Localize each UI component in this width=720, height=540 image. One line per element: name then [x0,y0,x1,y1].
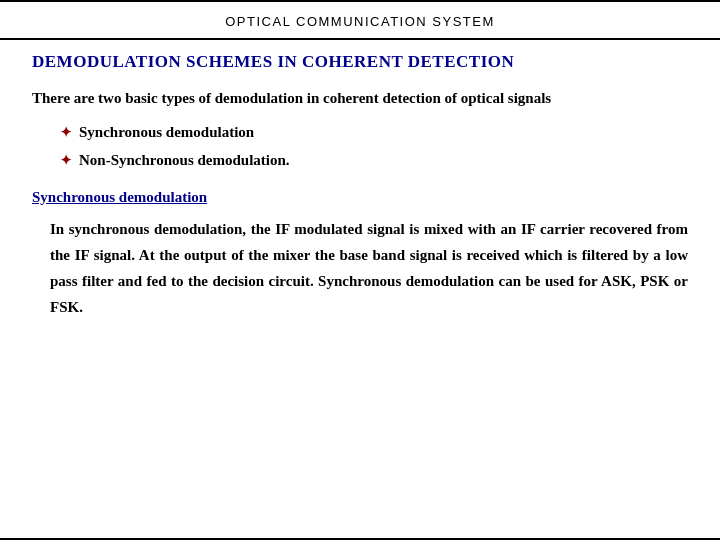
diamond-icon-1: ✦ [60,120,72,147]
bullet-label-1: Synchronous demodulation [79,118,254,147]
intro-text: There are two basic types of demodulatio… [32,86,688,112]
diamond-icon-2: ✦ [60,148,72,175]
section-heading: DEMODULATION SCHEMES IN COHERENT DETECTI… [32,52,688,72]
bullet-list: ✦ Synchronous demodulation ✦ Non-Synchro… [60,118,688,175]
body-text: In synchronous demodulation, the IF modu… [50,216,688,321]
content-area: DEMODULATION SCHEMES IN COHERENT DETECTI… [0,40,720,333]
page-container: OPTICAL COMMUNICATION SYSTEM DEMODULATIO… [0,0,720,540]
sub-heading: Synchronous demodulation [32,189,688,206]
bullet-item-1: ✦ Synchronous demodulation [60,118,688,147]
header-title: OPTICAL COMMUNICATION SYSTEM [225,14,495,29]
top-rule [0,0,720,2]
header-area: OPTICAL COMMUNICATION SYSTEM [0,6,720,34]
bullet-item-2: ✦ Non-Synchronous demodulation. [60,146,688,175]
bullet-label-2: Non-Synchronous demodulation. [79,146,290,175]
